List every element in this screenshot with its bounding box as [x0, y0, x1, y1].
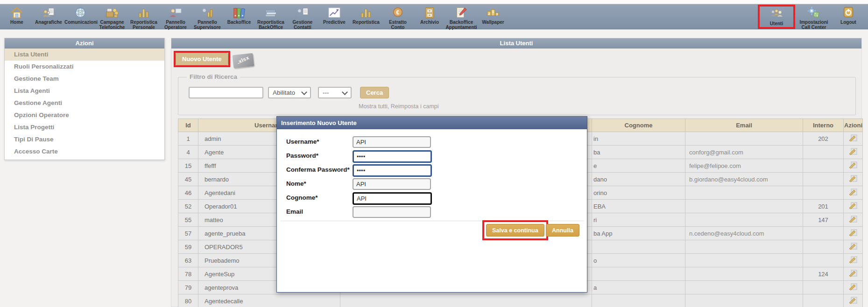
- toolbar-item-label: Archivio: [420, 20, 439, 25]
- cell-email: felipe@felipoe.com: [685, 159, 803, 173]
- cell-cognome: e: [592, 159, 685, 173]
- cell-cognome: dano: [592, 173, 685, 186]
- field-input-password[interactable]: [353, 150, 432, 163]
- sidebar-item-lista-progetti[interactable]: Lista Progetti: [5, 121, 164, 133]
- cell-interno: [803, 254, 844, 267]
- edit-pencil-icon: [848, 161, 858, 169]
- toolbar-item-home[interactable]: Home: [1, 4, 33, 25]
- wallpaper-icon: 213: [486, 6, 500, 19]
- edit-pencil-icon: [848, 175, 858, 182]
- toolbar-item-label: Estratto Conto: [389, 20, 407, 30]
- toolbar-item-archivio[interactable]: Archivio: [414, 4, 445, 25]
- filter-role-select[interactable]: ---: [318, 87, 352, 98]
- cell-cognome: a: [592, 281, 685, 294]
- toolbar-item-utenti[interactable]: Utenti: [761, 7, 792, 26]
- field-input-cognome[interactable]: [353, 192, 432, 205]
- toolbar-item-anagrafiche[interactable]: Anagrafiche: [33, 4, 64, 25]
- edit-user-button[interactable]: [844, 186, 863, 200]
- edit-pencil-icon: [848, 148, 858, 155]
- toolbar-item-campagne-telefoniche[interactable]: Campagne Telefoniche: [96, 4, 128, 30]
- sidebar-item-lista-utenti[interactable]: Lista Utenti: [5, 49, 164, 61]
- sidebar-item-gestione-team[interactable]: Gestione Team: [5, 73, 164, 85]
- filter-status-select[interactable]: Abilitato: [268, 87, 311, 98]
- toolbar-item-comunicazioni[interactable]: Comunicazioni: [64, 4, 96, 25]
- toolbar-item-pannello-supervisore[interactable]: Pannello Supervisore: [191, 4, 223, 30]
- toolbar-item-backoffice[interactable]: Backoffice: [223, 4, 255, 25]
- new-user-button[interactable]: Nuovo Utente: [176, 53, 228, 65]
- field-label-nome: Nome*: [286, 180, 306, 187]
- reportistica-personale-icon: [137, 6, 151, 19]
- cell-cognome: orino: [592, 186, 685, 200]
- cell-interno: [803, 173, 844, 186]
- cell-id: 46: [178, 186, 198, 200]
- edit-user-button[interactable]: [844, 173, 863, 186]
- filter-search-input[interactable]: [189, 87, 263, 98]
- table-row: 80Agentedecalle: [178, 294, 863, 307]
- toolbar-item-reportistica[interactable]: Reportistica: [350, 4, 382, 25]
- cell-id: 55: [178, 213, 198, 227]
- show-all-link[interactable]: Mostra tutti,: [359, 103, 389, 110]
- toolbar-item-estratto-conto[interactable]: €Estratto Conto: [382, 4, 414, 30]
- cell-hidden: [340, 294, 592, 307]
- sidebar-item-tipi-di-pause[interactable]: Tipi Di Pause: [5, 133, 164, 146]
- sidebar-azioni: Azioni Lista UtentiRuoli PersonalizzatiG…: [4, 38, 165, 160]
- svg-text:€: €: [396, 9, 400, 16]
- cell-id: 80: [178, 294, 198, 307]
- cell-cognome: [592, 267, 685, 281]
- edit-pencil-icon: [848, 216, 858, 223]
- cell-email: [685, 132, 803, 146]
- toolbar-item-backoffice-appuntamenti[interactable]: Backoffice Appuntamenti: [445, 4, 477, 30]
- edit-user-button[interactable]: [844, 227, 863, 240]
- toolbar-item-label: Predictive: [323, 20, 346, 25]
- cell-interno: [803, 146, 844, 159]
- campagne-telefoniche-icon: [105, 6, 119, 19]
- column-header-interno: Interno: [803, 119, 844, 132]
- reset-fields-link[interactable]: Reimposta i campi: [391, 103, 439, 110]
- toolbar-item-label: Logout: [840, 20, 856, 25]
- pannello-operatore-icon: [169, 6, 183, 19]
- xlsx-export-icon[interactable]: .xlsx: [232, 52, 254, 69]
- edit-user-button[interactable]: [844, 200, 863, 213]
- sidebar-item-ruoli-personalizzati[interactable]: Ruoli Personalizzati: [5, 61, 164, 73]
- toolbar-item-label: Home: [10, 20, 23, 25]
- edit-user-button[interactable]: [844, 146, 863, 159]
- field-input-email[interactable]: [353, 206, 431, 218]
- toolbar-item-pannello-operatore[interactable]: Pannello Operatore: [160, 4, 191, 30]
- toolbar-item-label: Comunicazioni: [64, 20, 98, 25]
- sidebar-title: Azioni: [5, 38, 164, 49]
- toolbar-item-label: Wallpaper: [482, 20, 504, 25]
- search-button[interactable]: Cerca: [360, 87, 389, 98]
- field-input-nome[interactable]: [353, 178, 431, 190]
- edit-user-button[interactable]: [844, 132, 863, 146]
- field-input-username[interactable]: [353, 136, 431, 148]
- toolbar-item-label: Reportistica BackOffice: [257, 20, 284, 30]
- toolbar-item-predictive[interactable]: Predictive: [318, 4, 350, 25]
- field-input-conferma-password[interactable]: [353, 164, 432, 177]
- edit-user-button[interactable]: [844, 254, 863, 267]
- main-toolbar: HomeAnagraficheComunicazioniCampagne Tel…: [0, 4, 868, 29]
- toolbar-item-reportistica-backoffice[interactable]: Reportistica BackOffice: [255, 4, 287, 30]
- toolbar-item-wallpaper[interactable]: 213Wallpaper: [477, 4, 509, 25]
- edit-user-button[interactable]: [844, 240, 863, 254]
- toolbar-item-label: Pannello Supervisore: [194, 20, 221, 30]
- edit-user-button[interactable]: [844, 267, 863, 281]
- column-header-id: Id: [178, 119, 198, 132]
- sidebar-item-gestione-agenti[interactable]: Gestione Agenti: [5, 97, 164, 109]
- edit-user-button[interactable]: [844, 294, 863, 307]
- save-continue-button[interactable]: Salva e continua: [486, 224, 544, 237]
- toolbar-item-logout[interactable]: Logout: [833, 4, 864, 25]
- sidebar-item-accesso-carte[interactable]: Accesso Carte: [5, 146, 164, 158]
- cell-id: 15: [178, 159, 198, 173]
- edit-user-button[interactable]: [844, 213, 863, 227]
- cell-email: b.giordano@easy4cloud.com: [685, 173, 803, 186]
- save-highlight-box: Salva e continua: [482, 220, 548, 240]
- edit-user-button[interactable]: [844, 281, 863, 294]
- cell-email: [685, 213, 803, 227]
- cancel-button[interactable]: Annulla: [546, 224, 579, 237]
- toolbar-item-gestione-contatti[interactable]: Gestione Contatti: [287, 4, 318, 30]
- edit-user-button[interactable]: [844, 159, 863, 173]
- sidebar-item-opzioni-operatore[interactable]: Opzioni Operatore: [5, 109, 164, 121]
- toolbar-item-impostazioni-call-center[interactable]: Impostazioni Call Center: [795, 4, 833, 30]
- sidebar-item-lista-agenti[interactable]: Lista Agenti: [5, 85, 164, 97]
- toolbar-item-reportistica-personale[interactable]: Reportistica Personale: [128, 4, 160, 30]
